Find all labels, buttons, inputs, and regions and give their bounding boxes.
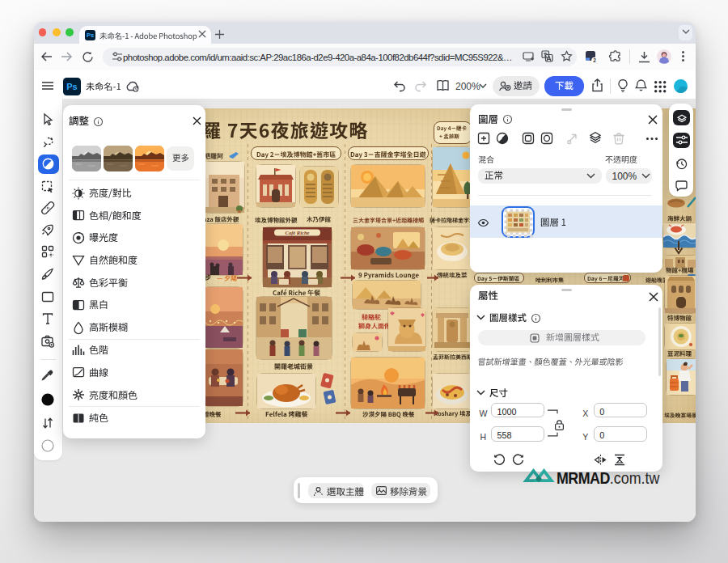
svg-text:Café Riche: Café Riche (286, 230, 310, 235)
svg-text:2: 2 (593, 57, 596, 63)
